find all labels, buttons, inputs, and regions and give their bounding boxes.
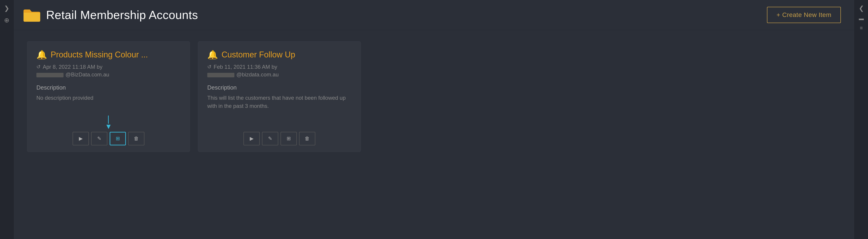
history-icon: ↺ (207, 64, 211, 70)
card-email: @BizData.com.au (66, 71, 110, 78)
cards-area: 🔔 Products Missing Colour ... ↺ Apr 8, 2… (13, 30, 855, 239)
card-user: @BizData.com.au (36, 71, 181, 78)
card-meta: ↺ Feb 11, 2021 11:36 AM by (207, 64, 351, 70)
card-description-label: Description (36, 84, 181, 91)
card-products-missing-colour: 🔔 Products Missing Colour ... ↺ Apr 8, 2… (27, 41, 190, 152)
card-description-label: Description (207, 84, 351, 91)
card-description-text: This will list the customers that have n… (207, 94, 351, 110)
edit-button[interactable]: ✎ (262, 132, 278, 145)
card-title-row: 🔔 Customer Follow Up (207, 50, 351, 60)
folder-icon (23, 8, 41, 22)
create-new-item-button[interactable]: + Create New Item (767, 7, 841, 23)
redacted-name (36, 73, 64, 77)
right-sidebar: ❮ ▬ ≡ (855, 0, 868, 239)
bell-icon: 🔔 (207, 50, 218, 60)
play-button[interactable]: ▶ (243, 132, 260, 145)
left-sidebar: ❯ ⊕ (0, 0, 13, 239)
card-email: @bizdata.com.au (237, 71, 279, 78)
delete-button[interactable]: 🗑 (299, 132, 315, 145)
card-date: Feb 11, 2021 11:36 AM by (214, 64, 277, 70)
card-title: Products Missing Colour ... (51, 50, 148, 59)
delete-button[interactable]: 🗑 (128, 132, 145, 145)
add-icon[interactable]: ⊕ (4, 17, 9, 24)
card-customer-follow-up: 🔔 Customer Follow Up ↺ Feb 11, 2021 11:3… (198, 41, 361, 152)
redacted-name (207, 73, 235, 77)
list-view-icon[interactable]: ≡ (860, 25, 863, 31)
sidebar-expand-icon[interactable]: ❮ (859, 4, 864, 12)
card-actions: ▶ ✎ ⊞ 🗑 (72, 132, 145, 145)
header: Retail Membership Accounts + Create New … (13, 0, 855, 30)
history-icon: ↺ (36, 64, 40, 70)
grid-button[interactable]: ⊞ (110, 132, 126, 145)
card-actions: ▶ ✎ ⊞ 🗑 (207, 132, 351, 145)
card-meta: ↺ Apr 8, 2022 11:18 AM by (36, 64, 181, 70)
header-left: Retail Membership Accounts (23, 8, 198, 22)
card-description-text: No description provided (36, 94, 181, 108)
main-content: Retail Membership Accounts + Create New … (13, 0, 855, 239)
card-user: @bizdata.com.au (207, 71, 351, 78)
grid-button[interactable]: ⊞ (281, 132, 297, 145)
play-button[interactable]: ▶ (72, 132, 89, 145)
bell-icon: 🔔 (36, 50, 47, 60)
page-title: Retail Membership Accounts (46, 8, 198, 22)
card-title-row: 🔔 Products Missing Colour ... (36, 50, 181, 60)
card-title: Customer Follow Up (221, 50, 295, 59)
edit-button[interactable]: ✎ (91, 132, 107, 145)
sidebar-collapse-icon[interactable]: ❯ (4, 4, 9, 12)
card-view-icon[interactable]: ▬ (859, 16, 864, 22)
card-date: Apr 8, 2022 11:18 AM by (43, 64, 102, 70)
